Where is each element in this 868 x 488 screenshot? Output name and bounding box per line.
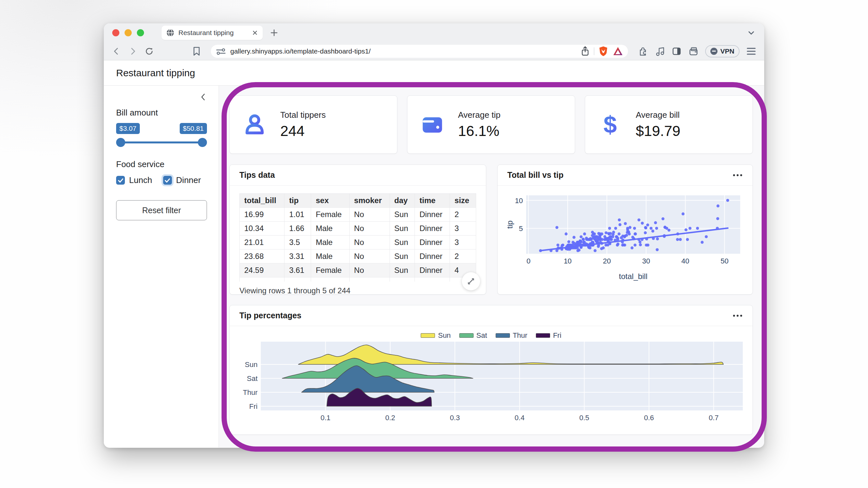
table-cell: Female	[311, 208, 349, 222]
svg-text:0.3: 0.3	[450, 414, 460, 422]
url-bar[interactable]: gallery.shinyapps.io/template-dashboard-…	[211, 45, 628, 58]
table-row[interactable]: 23.683.31MaleNoSunDinner2	[240, 249, 476, 264]
slider-handle-max[interactable]	[198, 138, 207, 147]
svg-text:0.5: 0.5	[579, 414, 589, 422]
column-header: tip	[284, 194, 311, 208]
valuebox-title: Total tippers	[280, 110, 326, 120]
divider	[594, 48, 594, 55]
menu-hamburger-icon[interactable]	[746, 47, 756, 56]
reset-filter-button[interactable]: Reset filter	[116, 200, 207, 220]
tab-search-chevron-icon[interactable]	[747, 28, 756, 37]
svg-text:$: $	[603, 113, 617, 136]
wallet-icon-toolbar[interactable]	[688, 46, 699, 57]
svg-text:Fri: Fri	[249, 402, 257, 410]
table-cell: No	[349, 222, 390, 236]
table-cell: 23.68	[240, 249, 284, 264]
valuebox-average-tip: Average tip 16.1%	[407, 95, 575, 154]
site-settings-icon[interactable]	[215, 47, 226, 56]
legend-item-fri[interactable]: Fri	[536, 331, 561, 340]
table-cell: 3.31	[284, 249, 311, 264]
table-cell: 3.5	[284, 236, 311, 249]
legend-label: Fri	[553, 331, 561, 340]
table-row[interactable]: 16.991.01FemaleNoSunDinner2	[240, 208, 476, 222]
url-text[interactable]: gallery.shinyapps.io/template-dashboard-…	[230, 48, 577, 55]
card-menu-icon[interactable]	[733, 313, 743, 318]
legend-item-sun[interactable]: Sun	[421, 331, 451, 340]
forward-button[interactable]	[128, 47, 137, 56]
column-header: size	[450, 194, 476, 208]
table-cell: 3.61	[284, 264, 311, 277]
vpn-button[interactable]: VPN	[705, 45, 740, 57]
svg-text:total_bill: total_bill	[619, 272, 647, 281]
svg-text:5: 5	[519, 224, 523, 233]
valuebox-value: $19.79	[636, 123, 681, 140]
valuebox-total-tippers: Total tippers 244	[229, 95, 397, 154]
table-cell: Sun	[390, 236, 415, 249]
card-title: Total bill vs tip	[507, 170, 733, 180]
slider-handle-min[interactable]	[116, 138, 125, 147]
globe-favicon	[166, 29, 175, 37]
checkbox-lunch[interactable]: Lunch	[116, 175, 152, 185]
table-cell: 3	[450, 236, 476, 249]
checkbox-dinner[interactable]: Dinner	[163, 175, 201, 185]
svg-text:0.6: 0.6	[644, 414, 654, 422]
sidebar-toggle-icon[interactable]	[672, 46, 682, 57]
valuebox-average-bill: $ Average bill $19.79	[585, 95, 753, 154]
window-controls	[112, 29, 144, 36]
legend-swatch	[536, 333, 550, 338]
card-menu-icon[interactable]	[733, 172, 743, 178]
new-tab-button[interactable]	[270, 29, 278, 37]
table-row[interactable]: 21.013.5MaleNoSunDinner3	[240, 236, 476, 249]
dinner-checkbox-box[interactable]	[163, 176, 172, 185]
bookmark-icon[interactable]	[192, 46, 201, 57]
expand-table-button[interactable]	[462, 272, 480, 291]
table-cell: Sun	[390, 264, 415, 277]
scatter-plot: 01020304050510total_billtip	[507, 191, 743, 289]
minimize-window-button[interactable]	[125, 29, 132, 36]
share-icon[interactable]	[580, 46, 590, 57]
table-cell: Male	[311, 249, 349, 264]
table-cell: No	[349, 236, 390, 249]
scatter-card: Total bill vs tip 01020304050510total_bi…	[497, 164, 753, 295]
valuebox-value: 16.1%	[458, 123, 500, 140]
back-button[interactable]	[112, 47, 121, 56]
legend-item-thur[interactable]: Thur	[496, 331, 527, 340]
column-header: sex	[311, 194, 349, 208]
slider-track[interactable]	[120, 142, 203, 144]
browser-window: Restaurant tipping	[104, 23, 764, 448]
extensions-puzzle-icon[interactable]	[638, 46, 648, 57]
sidebar-collapse-icon[interactable]	[199, 92, 207, 101]
column-header: total_bill	[240, 194, 284, 208]
legend-item-sat[interactable]: Sat	[459, 331, 487, 340]
legend-swatch	[496, 333, 510, 338]
bat-rewards-icon[interactable]	[612, 46, 623, 57]
column-header: time	[415, 194, 450, 208]
browser-tab-bar: Restaurant tipping	[104, 23, 764, 42]
valuebox-title: Average tip	[458, 110, 500, 120]
table-cell: 3	[450, 222, 476, 236]
lunch-checkbox-box[interactable]	[116, 176, 125, 185]
reload-button[interactable]	[144, 46, 154, 57]
svg-text:0.1: 0.1	[320, 414, 331, 422]
table-cell: Male	[311, 222, 349, 236]
table-cell: Female	[311, 264, 349, 277]
column-header: day	[390, 194, 415, 208]
media-note-icon[interactable]	[655, 46, 665, 57]
person-icon	[243, 113, 267, 136]
tips-table-scroll[interactable]: total_billtipsexsmokerdaytimesize 16.991…	[239, 193, 476, 282]
browser-tab[interactable]: Restaurant tipping	[161, 26, 263, 40]
svg-text:Sat: Sat	[247, 374, 257, 383]
close-window-button[interactable]	[112, 29, 119, 36]
svg-text:tip: tip	[507, 220, 514, 228]
legend-swatch	[421, 333, 435, 338]
maximize-window-button[interactable]	[137, 29, 144, 36]
table-row[interactable]: 24.593.61FemaleNoSunDinner4	[240, 264, 476, 277]
lunch-label: Lunch	[129, 175, 152, 185]
close-tab-icon[interactable]	[252, 30, 258, 36]
ridgeline-plot: 0.10.20.30.40.50.60.7SunSatThurFri	[235, 342, 747, 425]
brave-shield-icon[interactable]	[598, 46, 609, 57]
table-cell: No	[349, 208, 390, 222]
table-row[interactable]: 10.341.66MaleNoSunDinner3	[240, 222, 476, 236]
table-cell: 21.01	[240, 236, 284, 249]
svg-text:Sun: Sun	[245, 361, 257, 369]
